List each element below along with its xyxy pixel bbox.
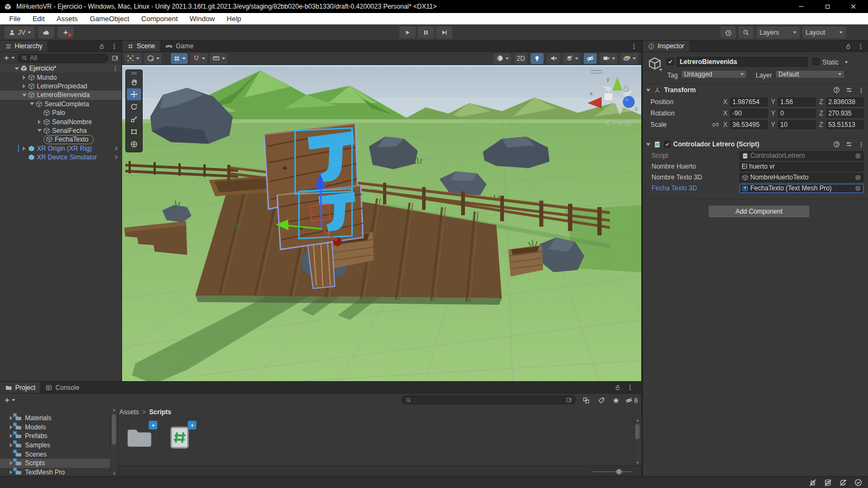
open-window-icon[interactable] [565,396,572,403]
hierarchy-item-selected[interactable]: LetreroBienvenida [0,91,122,99]
script-component-header[interactable]: Controlador Letrero (Script) [643,138,868,150]
hierarchy-item-prefab[interactable]: XR Device Simulator [0,153,122,162]
hierarchy-search-input[interactable] [30,54,105,62]
layout-dropdown[interactable]: Layout [802,27,846,38]
lock-icon[interactable] [845,43,852,50]
hidden-packages-toggle[interactable]: 6 [625,396,638,404]
gameobject-name-input[interactable] [679,57,806,66]
audio-toggle-button[interactable] [547,53,560,64]
object-picker-icon[interactable] [854,152,861,159]
presets-icon[interactable] [845,140,853,148]
play-button[interactable] [399,27,416,38]
zoom-slider-knob[interactable] [616,469,622,474]
debugger-detached-icon[interactable] [808,478,817,487]
step-button[interactable] [436,27,452,38]
strip-drag-handle[interactable] [127,71,141,75]
transform-header[interactable]: Transform [643,84,868,96]
prefab-open-chevron-icon[interactable] [113,154,119,160]
kebab-menu-icon[interactable] [857,43,864,50]
position-z-field[interactable]: 2.836038 [826,98,864,106]
object-picker-icon[interactable] [854,174,861,181]
cloud-button[interactable] [38,27,54,38]
maximize-button[interactable] [820,2,834,11]
nombre-huerto-field[interactable]: El huerto vr [739,162,864,171]
kebab-menu-icon[interactable] [627,384,634,391]
scene-tab[interactable]: Scene [122,41,160,52]
cache-server-disconnected-icon[interactable] [824,478,832,487]
menu-item-assets[interactable]: Assets [50,13,84,24]
script-asset-tile[interactable] [163,422,196,455]
object-picker-icon[interactable] [854,185,861,192]
layer-dropdown[interactable]: Default [775,70,845,79]
menu-item-help[interactable]: Help [221,13,247,24]
hierarchy-tab[interactable]: Hierarchy [0,41,47,52]
static-checkbox[interactable] [813,58,820,65]
presets-icon[interactable] [845,86,853,94]
snap-settings-button[interactable] [210,53,227,64]
menu-item-component[interactable]: Component [135,13,183,24]
foldout-expanded-icon[interactable] [15,67,19,70]
menu-item-file[interactable]: File [3,13,27,24]
tag-dropdown[interactable]: Untagged [681,70,747,79]
foldout-expanded-icon[interactable] [646,143,650,146]
kebab-menu-icon[interactable] [858,87,865,94]
game-tab[interactable]: Game [160,41,199,52]
folder-row[interactable]: Samples [0,441,110,450]
nombre-texto-object-field[interactable]: NombreHuertoTexto [739,173,864,182]
kebab-menu-icon[interactable] [112,65,119,72]
lock-icon[interactable] [614,384,621,391]
project-search-input[interactable] [414,396,563,404]
scene-viewport[interactable]: y x z Persp [122,65,641,381]
visibility-toggle-button[interactable] [584,53,597,64]
folder-row[interactable]: TextMesh Pro [0,468,110,477]
breadcrumb-current[interactable]: Scripts [149,408,171,416]
transform-tool-button[interactable] [127,138,141,150]
static-dropdown-caret[interactable] [845,61,848,63]
rotation-x-field[interactable]: -90 [730,109,768,118]
hierarchy-item-scene[interactable]: Ejercicio* [0,64,122,73]
project-tab[interactable]: Project [0,382,40,393]
folder-row[interactable]: Prefabs [0,432,110,441]
view-tool-button[interactable] [127,76,141,88]
effects-dropdown-button[interactable] [563,53,580,64]
script-object-field[interactable]: ControladorLetrero [739,151,864,160]
kebab-menu-icon[interactable] [630,43,637,50]
hierarchy-item[interactable]: LetreroPropiedad [0,82,122,91]
auto-refresh-off-icon[interactable] [839,478,847,487]
menu-item-edit[interactable]: Edit [27,13,50,24]
foldout-collapsed-icon[interactable] [23,75,25,80]
foldout-expanded-icon[interactable] [646,89,650,92]
gameobject-icon[interactable] [647,56,662,71]
hierarchy-item[interactable]: SenalCompleta [0,100,122,108]
rect-tool-button[interactable] [127,126,141,138]
mode-2d-button[interactable]: 2D [514,53,527,64]
foldout-collapsed-icon[interactable] [38,120,41,124]
layers-dropdown[interactable]: Layers [756,27,800,38]
account-button[interactable]: JV [4,27,35,38]
scale-z-field[interactable]: 53.51513 [826,120,864,129]
favorites-star-icon[interactable] [612,396,620,404]
search-by-label-icon[interactable] [597,396,605,404]
hierarchy-item[interactable]: SenalNombre [0,117,122,126]
hierarchy-item[interactable]: SenalFecha [0,126,122,135]
folder-asset-tile[interactable] [123,422,156,455]
rotation-y-field[interactable]: 0 [778,109,815,118]
progress-ok-icon[interactable] [854,478,863,487]
prefab-open-chevron-icon[interactable] [113,145,119,152]
fecha-texto-object-field[interactable]: FechaTexto (Text Mesh Pro) [739,184,864,193]
add-component-button[interactable]: Add Component [708,205,810,218]
name-field[interactable] [676,57,808,67]
folder-row[interactable]: Scenes [0,450,110,459]
search-by-type-icon[interactable] [582,396,590,404]
position-y-field[interactable]: 1.56 [778,98,815,106]
foldout-collapsed-icon[interactable] [23,146,25,151]
lock-icon[interactable] [98,43,105,50]
help-icon[interactable] [833,140,840,148]
rotation-z-field[interactable]: 270.935 [826,109,864,118]
grid-snapping-button[interactable] [171,53,188,64]
tool-handle-position-button[interactable] [124,53,142,64]
component-enabled-checkbox[interactable] [664,141,671,147]
menu-item-window[interactable]: Window [184,13,221,24]
undo-history-button[interactable] [720,27,736,38]
project-search[interactable] [401,395,576,404]
